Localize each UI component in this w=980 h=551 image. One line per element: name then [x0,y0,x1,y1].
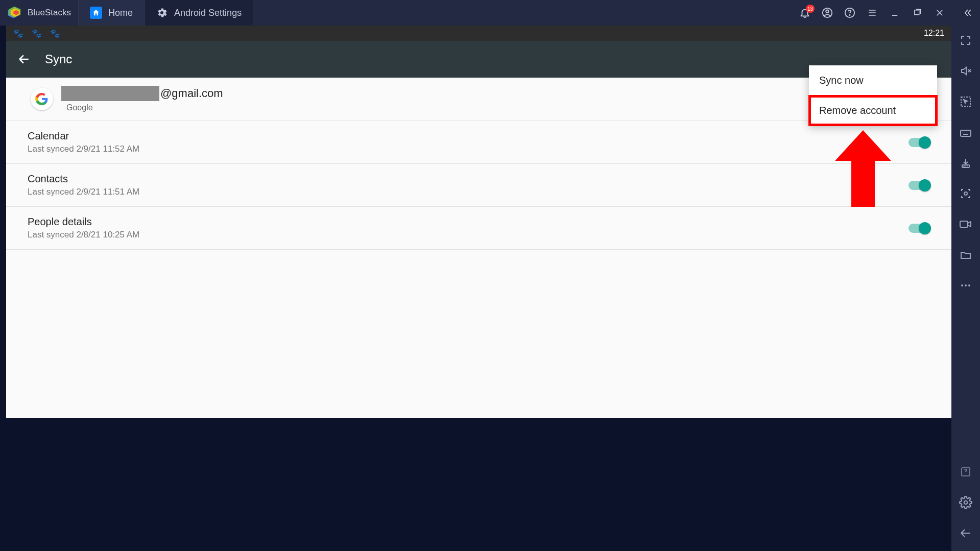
tab-android-settings[interactable]: Android Settings [145,0,253,26]
settings-content: @gmail.com Google Calendar Last synced 2… [6,78,951,418]
collapse-sidebar-button[interactable] [961,6,974,19]
fullscreen-button[interactable] [958,33,973,48]
svg-point-17 [968,284,970,286]
sync-toggle-contacts[interactable] [909,181,930,190]
status-notification-icons: 🐾 🐾 🐾 [13,29,60,38]
close-button[interactable] [933,6,946,19]
sync-subtitle: Last synced 2/8/21 10:25 AM [28,230,909,240]
window-controls: 13 [792,0,980,26]
highlight-arrow-icon [835,130,891,207]
svg-point-16 [965,284,967,286]
more-button[interactable] [958,278,973,293]
account-options-menu: Sync now Remove account [809,65,937,126]
gear-icon [156,7,168,19]
sync-title: Calendar [28,130,909,142]
bluestacks-logo-tab[interactable]: BlueStacks [0,0,79,26]
menu-sync-now[interactable]: Sync now [809,65,937,95]
google-logo-icon [31,88,53,110]
sync-toggle-calendar[interactable] [909,138,930,147]
paw-icon: 🐾 [50,29,60,38]
account-button[interactable] [821,6,834,19]
tab-android-settings-label: Android Settings [174,8,242,18]
appbar-title: Sync [45,52,72,66]
sync-row-people-details[interactable]: People details Last synced 2/8/21 10:25 … [6,207,951,250]
svg-point-13 [964,192,967,195]
emulator-workspace: 🐾 🐾 🐾 12:21 Sync @gmail.c [6,26,951,418]
sync-toggle-people-details[interactable] [909,224,930,233]
notification-count: 13 [806,5,815,13]
tab-home[interactable]: Home [79,0,145,26]
sync-row-calendar[interactable]: Calendar Last synced 2/9/21 11:52 AM [6,121,951,164]
sync-row-contacts[interactable]: Contacts Last synced 2/9/21 11:51 AM [6,164,951,207]
maximize-button[interactable] [911,6,924,19]
svg-text:APK: APK [963,164,969,167]
svg-point-7 [849,15,850,15]
bluestacks-brand-label: BlueStacks [28,8,71,18]
help-button[interactable] [843,6,856,19]
svg-rect-8 [915,10,919,15]
menu-button[interactable] [866,6,879,19]
tab-home-label: Home [108,8,133,18]
status-time: 12:21 [924,29,944,38]
minimize-button[interactable] [888,6,901,19]
paw-icon: 🐾 [32,29,42,38]
back-arrow-icon[interactable] [17,53,31,66]
email-suffix: @gmail.com [160,87,223,100]
notifications-button[interactable]: 13 [798,6,811,19]
menu-remove-account[interactable]: Remove account [809,95,937,126]
android-back-button[interactable] [958,525,973,541]
bluestacks-logo-icon [7,6,21,20]
android-status-bar: 🐾 🐾 🐾 12:21 [6,26,951,41]
screenshot-button[interactable] [958,186,973,201]
cursor-lock-button[interactable] [958,94,973,109]
window-topbar: BlueStacks Home Android Settings 13 [0,0,980,26]
svg-rect-10 [961,130,971,136]
svg-point-5 [826,10,829,13]
svg-rect-14 [960,221,968,227]
settings-button[interactable] [958,495,973,510]
guide-button[interactable] [958,464,973,480]
redacted-email-user [61,86,159,101]
sync-subtitle: Last synced 2/9/21 11:52 AM [28,144,909,154]
install-apk-button[interactable]: APK [958,155,973,171]
sync-title: People details [28,216,909,228]
account-provider: Google [61,103,223,112]
svg-point-19 [964,501,968,505]
home-icon [90,7,102,19]
keyboard-controls-button[interactable] [958,125,973,140]
volume-mute-button[interactable] [958,63,973,79]
paw-icon: 🐾 [13,29,23,38]
sync-title: Contacts [28,173,909,185]
record-video-button[interactable] [958,217,973,232]
media-folder-button[interactable] [958,247,973,262]
account-email: @gmail.com [61,86,223,101]
sync-subtitle: Last synced 2/9/21 11:51 AM [28,187,909,197]
svg-point-15 [961,284,963,286]
side-toolbar: APK [951,26,980,551]
